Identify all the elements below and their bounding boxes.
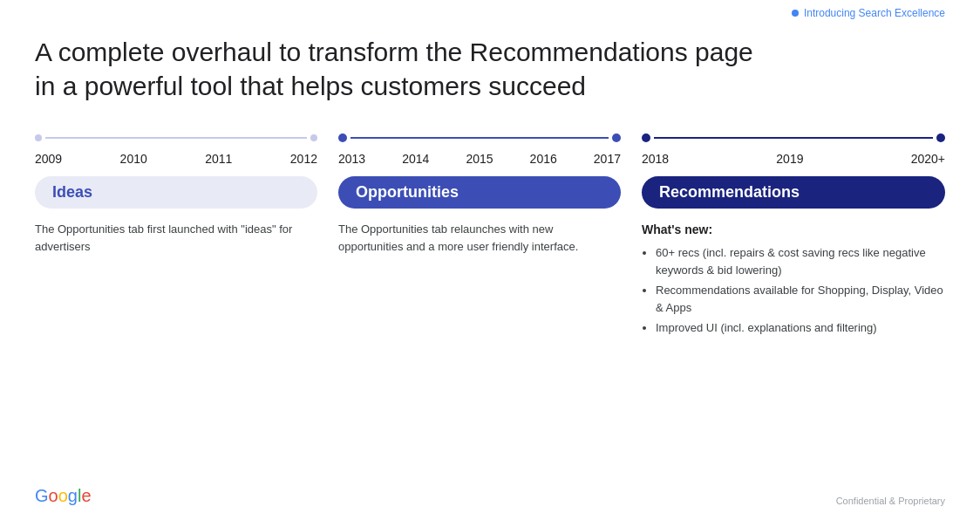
rec-item-2: Recommendations available for Shopping, … xyxy=(656,282,945,316)
rec-item-1: 60+ recs (incl. repairs & cost saving re… xyxy=(656,244,945,278)
year-2015: 2015 xyxy=(466,152,493,166)
section-ideas: 2009 2010 2011 2012 Ideas The Opportunit… xyxy=(35,127,338,479)
tl-end-dot-1 xyxy=(310,134,317,141)
desc-ideas: The Opportunities tab first launched wit… xyxy=(35,221,317,255)
timeline-ideas xyxy=(35,127,317,148)
tl-line-2 xyxy=(350,137,609,139)
content-grid: 2009 2010 2011 2012 Ideas The Opportunit… xyxy=(35,127,945,479)
content-opportunities: The Opportunities tab relaunches with ne… xyxy=(338,221,621,255)
badge-text: Introducing Search Excellence xyxy=(804,7,945,19)
confidential-text: Confidential & Proprietary xyxy=(836,496,945,506)
year-2009: 2009 xyxy=(35,152,62,166)
year-2020: 2020+ xyxy=(911,152,945,166)
content-recommendations: What's new: 60+ recs (incl. repairs & co… xyxy=(642,221,945,340)
year-2016: 2016 xyxy=(530,152,557,166)
timeline-opportunities xyxy=(338,127,621,148)
tl-end-dot-3 xyxy=(936,133,945,142)
logo-o2: o xyxy=(58,486,68,505)
logo-e: e xyxy=(81,486,91,505)
whats-new-label: What's new: xyxy=(642,221,945,239)
desc-opportunities: The Opportunities tab relaunches with ne… xyxy=(338,221,621,255)
main-title: A complete overhaul to transform the Rec… xyxy=(35,35,945,103)
year-2012: 2012 xyxy=(290,152,317,166)
year-2017: 2017 xyxy=(594,152,621,166)
year-2011: 2011 xyxy=(205,152,232,166)
year-2014: 2014 xyxy=(402,152,429,166)
rec-item-3: Improved UI (incl. explanations and filt… xyxy=(656,319,945,337)
tl-start-dot-2 xyxy=(338,133,347,142)
year-2019: 2019 xyxy=(776,152,803,166)
pill-opportunities: Opportunities xyxy=(338,176,621,209)
section-recommendations: 2018 2019 2020+ Recommendations What's n… xyxy=(642,127,945,479)
timeline-recommendations xyxy=(642,127,945,148)
year-2018: 2018 xyxy=(642,152,669,166)
year-2010: 2010 xyxy=(120,152,147,166)
years-recommendations: 2018 2019 2020+ xyxy=(642,152,945,166)
tl-start-dot-1 xyxy=(35,134,42,141)
years-ideas: 2009 2010 2011 2012 xyxy=(35,152,317,166)
pill-recommendations: Recommendations xyxy=(642,176,945,209)
google-logo: Google xyxy=(35,486,92,506)
logo-g2: g xyxy=(68,486,78,505)
tl-line-3 xyxy=(654,137,933,139)
tl-start-dot-3 xyxy=(642,133,650,142)
pill-ideas: Ideas xyxy=(35,176,317,209)
year-2013: 2013 xyxy=(338,152,365,166)
title-text: A complete overhaul to transform the Rec… xyxy=(35,38,753,100)
recommendations-list: 60+ recs (incl. repairs & cost saving re… xyxy=(642,244,945,337)
tl-end-dot-2 xyxy=(612,133,621,142)
logo-o1: o xyxy=(49,486,58,505)
section-opportunities: 2013 2014 2015 2016 2017 Opportunities T… xyxy=(338,127,642,479)
badge-dot xyxy=(792,10,799,17)
years-opportunities: 2013 2014 2015 2016 2017 xyxy=(338,152,621,166)
logo-g: G xyxy=(35,486,49,505)
top-badge: Introducing Search Excellence xyxy=(792,7,945,19)
footer: Google Confidential & Proprietary xyxy=(35,479,945,506)
slide: Introducing Search Excellence A complete… xyxy=(0,0,980,527)
content-ideas: The Opportunities tab first launched wit… xyxy=(35,221,317,255)
tl-line-1 xyxy=(45,137,307,139)
